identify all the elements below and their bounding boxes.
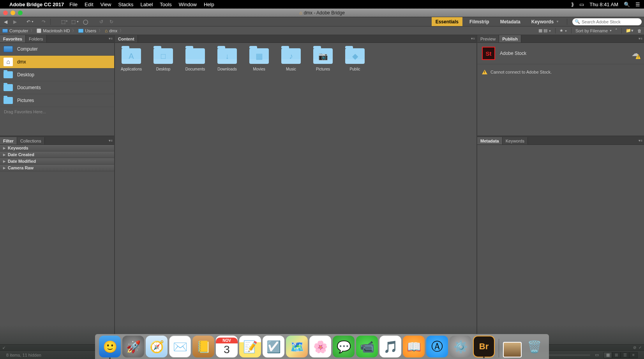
- menu-view[interactable]: View: [101, 2, 111, 7]
- menu-file[interactable]: File: [69, 2, 78, 7]
- crumb-computer[interactable]: Computer: [2, 28, 28, 33]
- panel-menu-icon[interactable]: ▾≡: [639, 139, 642, 143]
- search-adobe-stock[interactable]: 🔍: [572, 18, 642, 25]
- new-folder-icon[interactable]: 📁▾: [626, 28, 633, 33]
- view-list-button[interactable]: ≡: [629, 352, 638, 358]
- menu-extras-icon[interactable]: ☰: [635, 2, 640, 7]
- app-name[interactable]: Adobe Bridge CC 2017: [9, 2, 64, 7]
- sort-dropdown[interactable]: Sort by Filename▼˄: [575, 28, 618, 33]
- camera-download-icon[interactable]: ⬚⁺: [61, 18, 68, 25]
- dock-mail[interactable]: ✉️: [169, 336, 191, 357]
- filter-date-modified[interactable]: ▶Date Modified: [0, 158, 114, 165]
- dock-notes[interactable]: 📝: [239, 336, 261, 357]
- forward-button[interactable]: ▶: [12, 19, 18, 25]
- tab-content[interactable]: Content: [115, 35, 138, 42]
- dock-maps[interactable]: 🗺️: [286, 336, 308, 357]
- content-folder-desktop[interactable]: □Desktop: [153, 48, 173, 71]
- dock-trash[interactable]: 🗑️: [523, 336, 545, 357]
- tab-filter[interactable]: Filter: [0, 137, 17, 144]
- dock-adobe-bridge[interactable]: Br: [473, 336, 495, 357]
- tab-preview[interactable]: Preview: [477, 35, 499, 42]
- dock-contacts[interactable]: 📒: [192, 336, 214, 357]
- dock-reminders[interactable]: ☑️: [263, 336, 284, 357]
- dock-calendar[interactable]: NOV3: [216, 336, 238, 357]
- dock-appstore[interactable]: Ⓐ: [426, 336, 448, 357]
- filter-date-created[interactable]: ▶Date Created: [0, 151, 114, 158]
- dock-minimized-window[interactable]: [503, 342, 522, 357]
- panel-menu-icon[interactable]: ▾≡: [471, 37, 475, 40]
- close-window-button[interactable]: [3, 11, 8, 15]
- tab-folders[interactable]: Folders: [26, 35, 47, 42]
- apply-icon[interactable]: ✓: [639, 345, 642, 350]
- open-camera-raw-icon[interactable]: ◯: [82, 18, 89, 25]
- dock-launchpad[interactable]: 🚀: [122, 336, 144, 357]
- tab-keywords-panel[interactable]: Keywords: [503, 137, 528, 144]
- recent-back-dropdown[interactable]: ↶▼: [26, 19, 34, 25]
- rotate-cw-icon[interactable]: ↻: [108, 18, 115, 25]
- pin-icon[interactable]: ↙: [2, 345, 5, 350]
- tab-publish[interactable]: Publish: [499, 35, 521, 42]
- content-folder-pictures[interactable]: 📷Pictures: [313, 48, 333, 71]
- content-folder-public[interactable]: ◆Public: [345, 48, 365, 71]
- tab-metadata[interactable]: Metadata: [477, 137, 503, 144]
- minimize-window-button[interactable]: [11, 11, 15, 15]
- view-grid-button[interactable]: ▦: [603, 352, 612, 358]
- menu-tools[interactable]: Tools: [160, 2, 171, 7]
- content-folder-downloads[interactable]: ↓Downloads: [217, 48, 237, 71]
- spotlight-icon[interactable]: 🔍: [624, 2, 630, 7]
- dock-safari[interactable]: 🧭: [146, 336, 168, 357]
- content-grid[interactable]: AApplications□DesktopDocuments↓Downloads…: [115, 43, 476, 350]
- workspace-metadata[interactable]: Metadata: [496, 17, 524, 26]
- favorite-documents[interactable]: Documents: [0, 81, 114, 94]
- tab-collections[interactable]: Collections: [17, 137, 45, 144]
- dock-itunes[interactable]: 🎵: [379, 336, 401, 357]
- boomerang-button[interactable]: ↷: [42, 19, 46, 25]
- dock-ibooks[interactable]: 📖: [403, 336, 425, 357]
- thumbnail-quality-icon[interactable]: ▦ ▤ ▼: [538, 28, 551, 33]
- workspace-keywords[interactable]: Keywords▼: [528, 17, 563, 26]
- crumb-users[interactable]: Users: [78, 28, 96, 33]
- menu-edit[interactable]: Edit: [85, 2, 93, 7]
- panel-menu-icon[interactable]: ▾≡: [639, 37, 642, 40]
- favorite-pictures[interactable]: Pictures: [0, 94, 114, 107]
- panel-menu-icon[interactable]: ▾≡: [109, 139, 113, 143]
- menu-help[interactable]: Help: [204, 2, 214, 7]
- filter-keywords[interactable]: ▶Keywords: [0, 145, 114, 151]
- menu-stacks[interactable]: Stacks: [118, 2, 133, 7]
- favorite-dmx[interactable]: ⌂dmx: [0, 56, 114, 69]
- dock-system-preferences[interactable]: ⚙️: [450, 336, 471, 357]
- adobe-stock-row[interactable]: St Adobe Stock ☁⚠️: [477, 43, 644, 64]
- rating-filter-icon[interactable]: ★ ▼: [559, 28, 567, 33]
- dock-facetime[interactable]: 📹: [356, 336, 378, 357]
- rotate-ccw-icon[interactable]: ↺: [98, 18, 105, 25]
- chevron-right-icon[interactable]: 〉: [120, 28, 124, 33]
- tab-favorites[interactable]: Favorites: [0, 35, 26, 42]
- panel-menu-icon[interactable]: ▾≡: [109, 37, 113, 40]
- back-button[interactable]: ◀: [2, 19, 9, 25]
- cancel-icon[interactable]: ⊘: [633, 345, 636, 350]
- clock[interactable]: Thu 8:41 AM: [589, 2, 618, 7]
- delete-icon[interactable]: 🗑: [637, 28, 642, 33]
- menu-window[interactable]: Window: [179, 2, 197, 7]
- airplay-icon[interactable]: ▭: [579, 2, 584, 7]
- content-folder-applications[interactable]: AApplications: [121, 48, 141, 71]
- workspace-essentials[interactable]: Essentials: [432, 17, 462, 26]
- menu-label[interactable]: Label: [140, 2, 153, 7]
- content-folder-music[interactable]: ♪Music: [281, 48, 301, 71]
- crumb-dmx[interactable]: ⌂dmx: [105, 28, 117, 33]
- favorite-computer[interactable]: Computer: [0, 43, 114, 56]
- view-details-button[interactable]: ☰: [621, 352, 629, 358]
- dock-photos[interactable]: 🌸: [309, 336, 331, 357]
- dock-finder[interactable]: 🙂: [99, 336, 121, 357]
- zoom-in-icon[interactable]: ▭: [595, 352, 599, 357]
- crumb-macintosh-hd[interactable]: Macintosh HD: [37, 28, 70, 33]
- zoom-window-button[interactable]: [18, 11, 23, 15]
- content-folder-documents[interactable]: Documents: [185, 48, 205, 71]
- favorite-desktop[interactable]: Desktop: [0, 69, 114, 81]
- content-folder-movies[interactable]: ▦Movies: [249, 48, 269, 71]
- search-input[interactable]: [582, 19, 639, 24]
- filter-camera-raw[interactable]: ▶Camera Raw: [0, 165, 114, 171]
- view-thumb-lock-button[interactable]: ⊞: [612, 352, 621, 358]
- notification-center-icon[interactable]: ⟫: [571, 2, 574, 7]
- dock-messages[interactable]: 💬: [333, 336, 355, 357]
